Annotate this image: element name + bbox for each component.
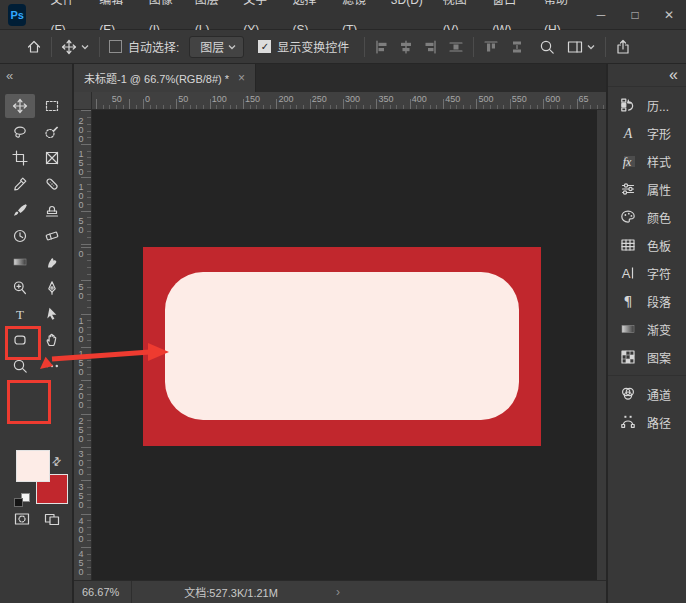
frame-tool[interactable] [37,146,67,170]
v-ruler-label: 200 [76,382,86,409]
h-ruler-label: 450 [445,94,460,104]
quick-mask-button[interactable] [10,510,34,528]
zoom-level-field[interactable]: 66.67% [74,581,132,603]
chevron-down-icon[interactable] [586,42,596,52]
object-selection-tool[interactable] [37,120,67,144]
share-icon[interactable] [615,39,631,55]
v-ruler-label: 50 [76,216,86,234]
document-tab[interactable]: 未标题-1 @ 66.7%(RGB/8#) * × [74,64,256,92]
history-brush-tool[interactable] [5,224,35,248]
document-artboard[interactable] [143,247,541,446]
svg-text:A: A [623,126,633,141]
vertical-scrollbar[interactable] [597,110,606,580]
ruler-origin-corner[interactable] [74,92,92,110]
h-ruler-label: 550 [512,94,527,104]
v-ruler-label: 250 [76,416,86,443]
eyedropper-tool[interactable] [5,172,35,196]
rounded-rectangle-shape[interactable] [165,272,519,420]
panel-tab-styles[interactable]: fx样式 [608,147,686,175]
tab-close-icon[interactable]: × [238,71,245,85]
align-horizontal-centers-icon[interactable] [398,39,414,55]
default-colors-black-icon[interactable] [14,498,23,507]
dodge-tool-icon [12,280,28,296]
screen-mode-icon [44,511,60,527]
workspace-switcher-icon[interactable] [567,39,583,55]
distribute-horizontal-icon[interactable] [448,39,464,55]
hand-tool[interactable] [37,328,67,352]
quick-mask-icon [14,511,30,527]
move-tool-option-icon[interactable] [61,39,77,55]
chevron-down-icon[interactable] [80,42,90,52]
panel-tab-swatches[interactable]: 色板 [608,231,686,259]
swap-colors-icon[interactable]: ⇄ [49,454,65,470]
smudge-tool[interactable] [37,250,67,274]
horizontal-ruler[interactable]: 5005010015020025030035040045050055060065 [92,92,606,110]
panel-tab-patterns[interactable]: 图案 [608,343,686,371]
panel-tab-character[interactable]: A字符 [608,259,686,287]
photoshop-logo-icon[interactable]: Ps [8,4,26,26]
v-ruler-label: 300 [76,449,86,476]
gradient-tool[interactable] [5,250,35,274]
collapse-tools-panel-button[interactable]: « [6,68,12,83]
crop-tool[interactable] [5,146,35,170]
show-transform-checkbox[interactable]: ✓ [258,40,271,53]
close-button[interactable]: ✕ [652,0,686,30]
brush-tool[interactable] [5,198,35,222]
panel-tab-gradients[interactable]: 渐变 [608,315,686,343]
home-icon[interactable] [26,39,42,55]
panel-tab-history[interactable]: 历... [608,91,686,119]
collapse-right-panel-button[interactable]: « [669,66,678,84]
screen-mode-button[interactable] [40,510,64,528]
h-ruler-label: 500 [479,94,494,104]
panel-tab-properties[interactable]: 属性 [608,175,686,203]
panel-tab-glyphs[interactable]: A字形 [608,119,686,147]
auto-select-checkbox[interactable] [109,40,122,53]
panel-group-1: 历...A字形fx样式属性颜色色板A字符¶段落渐变图案 [608,86,686,375]
dodge-tool[interactable] [5,276,35,300]
frame-tool-icon [44,150,60,166]
h-ruler-label: 50 [178,94,188,104]
v-ruler-label: 400 [76,516,86,543]
eyedropper-tool-icon [12,176,28,192]
rectangular-marquee-tool-icon [44,98,60,114]
panel-tab-label: 通道 [647,386,671,403]
rectangular-marquee-tool[interactable] [37,94,67,118]
canvas-area[interactable] [92,110,606,580]
pen-tool[interactable] [37,276,67,300]
panel-tab-channels[interactable]: 通道 [608,380,686,408]
search-icon[interactable] [539,39,555,55]
more-tools-tool[interactable] [37,354,67,378]
panel-tab-label: 字形 [647,125,671,142]
eraser-tool[interactable] [37,224,67,248]
vertical-ruler[interactable]: 20015010050050100150200250300350400450 [74,110,92,580]
path-selection-tool[interactable] [37,302,67,326]
type-tool[interactable]: T [5,302,35,326]
svg-text:A: A [622,266,631,281]
clone-stamp-tool[interactable] [37,198,67,222]
panel-tab-paragraph[interactable]: ¶段落 [608,287,686,315]
align-top-edges-icon[interactable] [483,39,499,55]
maximize-button[interactable]: □ [618,0,652,30]
right-panel-header: « [608,64,686,86]
panel-tab-label: 颜色 [647,209,671,226]
divider [99,37,100,57]
move-tool[interactable] [5,94,35,118]
gradients-icon [618,319,638,339]
h-ruler-label: 200 [278,94,293,104]
lasso-tool[interactable] [5,120,35,144]
align-right-edges-icon[interactable] [422,39,438,55]
panel-tab-paths[interactable]: 路径 [608,408,686,436]
h-ruler-label: 150 [245,94,260,104]
divider [473,37,474,57]
spot-healing-brush-tool[interactable] [37,172,67,196]
panel-tab-label: 属性 [647,181,671,198]
h-ruler-label: 350 [378,94,393,104]
foreground-color-swatch[interactable] [16,450,50,482]
panel-tab-color[interactable]: 颜色 [608,203,686,231]
status-expand-icon[interactable]: › [336,585,340,599]
layer-dropdown[interactable]: 图层 [189,36,244,58]
minimize-button[interactable]: ─ [584,0,618,30]
align-left-edges-icon[interactable] [374,39,390,55]
distribute-vertical-icon[interactable] [509,39,525,55]
h-ruler-label: 600 [545,94,560,104]
